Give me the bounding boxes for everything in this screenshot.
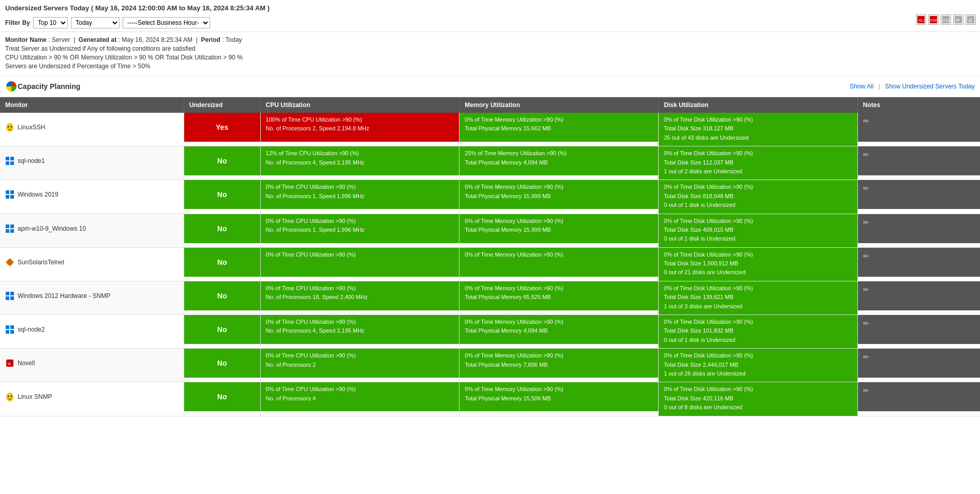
- edit-note-icon[interactable]: ✏: [863, 151, 869, 159]
- edit-note-icon[interactable]: ✏: [863, 218, 869, 227]
- export-xls-icon[interactable]: XLS: [916, 14, 926, 25]
- monitor-name[interactable]: Linux SNMP: [18, 393, 52, 400]
- undersized-cell: Yes: [184, 113, 260, 142]
- svg-rect-22: [6, 224, 9, 228]
- monitor-name[interactable]: sql-node2: [18, 326, 45, 333]
- svg-rect-25: [10, 229, 14, 233]
- memory-line2: Total Physical Memory 15,999 MB: [465, 226, 653, 234]
- cpu-cell: 0% of Time CPU Utilization >90 (%) No. o…: [261, 349, 459, 378]
- monitor-name[interactable]: Windows 2012 Hardware - SNMP: [18, 292, 110, 300]
- undersized-cell: No: [184, 214, 260, 243]
- cpu-line2: No. of Processors 2: [266, 361, 454, 369]
- monitor-icon: [5, 258, 14, 267]
- top-filter-select[interactable]: Top 10 Top 20 Top 50: [33, 17, 68, 28]
- section-title: Capacity Planning: [18, 82, 80, 91]
- filter-bar: Filter By Top 10 Top 20 Top 50 Today Yes…: [0, 14, 980, 32]
- table-row: sql-node1 No 12% of Time CPU Utilization…: [0, 146, 980, 180]
- memory-line1: 25% of Time Memory Utilization >90 (%): [465, 149, 653, 157]
- business-hour-select[interactable]: -----Select Business Hour-: [123, 17, 210, 28]
- undersized-cell: No: [184, 382, 260, 411]
- memory-cell: 0% of Time Memory Utilization >90 (%) To…: [459, 315, 658, 344]
- export-csv-icon[interactable]: CSV: [941, 14, 951, 25]
- svg-rect-16: [6, 161, 9, 165]
- cpu-line2: No. of Processors 1, Speed 1,996 MHz: [266, 192, 454, 200]
- memory-line2: Total Physical Memory 4,094 MB: [465, 327, 653, 335]
- table-row: SunSolarisTelnet No 0% of Time CPU Utili…: [0, 247, 980, 281]
- edit-note-icon[interactable]: ✏: [863, 319, 869, 327]
- cpu-line1: 0% of Time CPU Utilization >90 (%): [266, 217, 454, 225]
- disk-line1: 0% of Time Disk Utilization >90 (%): [664, 251, 852, 259]
- svg-rect-15: [10, 157, 14, 160]
- monitor-icon: [5, 224, 14, 233]
- memory-cell: 0% of Time Memory Utilization >90 (%) To…: [459, 113, 658, 142]
- disk-line2: Total Disk Size 2,444,017 MB: [664, 361, 852, 369]
- edit-note-icon[interactable]: ✏: [863, 286, 869, 294]
- show-undersized-link[interactable]: Show Undersized Servers Today: [885, 83, 975, 90]
- monitor-name-value: Server: [52, 36, 70, 43]
- monitor-name[interactable]: Windows 2019: [18, 191, 58, 198]
- filter-by-label: Filter By: [5, 19, 30, 26]
- edit-note-icon[interactable]: ✏: [863, 353, 869, 361]
- table-row: Windows 2012 Hardware - SNMP No 0% of Ti…: [0, 281, 980, 315]
- svg-text:XLS: XLS: [918, 18, 925, 23]
- table-row: N Novell No 0% of Time CPU Utilization >…: [0, 349, 980, 382]
- monitor-name-label: Monitor Name: [5, 36, 47, 43]
- show-all-link[interactable]: Show All: [850, 83, 873, 90]
- page-title: Undersized Servers Today ( May 16, 2024 …: [0, 0, 980, 14]
- notes-cell: ✏: [858, 382, 980, 411]
- svg-point-11: [6, 124, 13, 132]
- edit-note-icon[interactable]: ✏: [863, 386, 869, 395]
- disk-line3: 0 out of 1 disk is Undersized: [664, 336, 852, 344]
- svg-rect-21: [10, 195, 14, 199]
- print-icon[interactable]: 🖨: [966, 14, 976, 25]
- monitor-name[interactable]: Novell: [18, 360, 35, 367]
- svg-point-12: [8, 126, 9, 128]
- cpu-line1: 0% of Time CPU Utilization >90 (%): [266, 352, 454, 360]
- disk-line2: Total Disk Size 409,015 MB: [664, 226, 852, 234]
- disk-cell: 0% of Time Disk Utilization >90 (%) Tota…: [659, 349, 857, 382]
- period-filter-select[interactable]: Today Yesterday Last 7 Days: [71, 17, 120, 28]
- cpu-cell: 0% of Time CPU Utilization >90 (%) No. o…: [261, 281, 459, 310]
- disk-line2: Total Disk Size 318,127 MB: [664, 125, 852, 132]
- capacity-table: Monitor Undersized CPU Utilization Memor…: [0, 97, 980, 416]
- edit-note-icon[interactable]: ✏: [863, 184, 869, 192]
- cpu-line2: No. of Processors 1, Speed 1,996 MHz: [266, 226, 454, 234]
- memory-line2: Total Physical Memory 15,999 MB: [465, 192, 653, 200]
- monitor-cell: LinuxSSH: [0, 113, 184, 142]
- condition-line: CPU Utilization > 90 % OR Memory Utiliza…: [5, 54, 975, 61]
- disk-line1: 0% of Time Disk Utilization >90 (%): [664, 217, 852, 225]
- svg-rect-28: [10, 292, 14, 295]
- memory-line1: 0% of Time Memory Utilization >90 (%): [465, 116, 653, 124]
- export-pdf-icon[interactable]: PDF: [928, 14, 939, 25]
- memory-line1: 0% of Time Memory Utilization >90 (%): [465, 385, 653, 393]
- edit-note-icon[interactable]: ✏: [863, 252, 869, 260]
- memory-line1: 0% of Time Memory Utilization >90 (%): [465, 285, 653, 292]
- notes-cell: ✏: [858, 180, 980, 209]
- svg-point-38: [8, 396, 9, 397]
- svg-text:PDF: PDF: [930, 19, 937, 22]
- disk-line1: 0% of Time Disk Utilization >90 (%): [664, 352, 852, 360]
- monitor-cell: sql-node1: [0, 146, 184, 175]
- notes-cell: ✏: [858, 281, 980, 310]
- disk-cell: 0% of Time Disk Utilization >90 (%) Tota…: [659, 315, 857, 348]
- memory-cell: 0% of Time Memory Utilization >90 (%) To…: [459, 382, 658, 411]
- section-header: Capacity Planning Show All | Show Unders…: [0, 76, 980, 97]
- col-header-cpu: CPU Utilization: [260, 97, 459, 113]
- email-icon[interactable]: ✉: [953, 14, 963, 25]
- generated-value: May 16, 2024 8:25:34 AM: [122, 36, 192, 43]
- monitor-name[interactable]: apm-w10-9_Windows 10: [18, 225, 86, 232]
- svg-text:CSV: CSV: [943, 19, 949, 22]
- memory-cell: 0% of Time Memory Utilization >90 (%) To…: [459, 349, 658, 378]
- cpu-line1: 0% of Time CPU Utilization >90 (%): [266, 183, 454, 191]
- memory-line1: 0% of Time Memory Utilization >90 (%): [465, 318, 653, 326]
- cpu-cell: 0% of Time CPU Utilization >90 (%) No. o…: [261, 214, 459, 243]
- monitor-name[interactable]: sql-node1: [18, 157, 45, 164]
- memory-line2: Total Physical Memory 15,506 MB: [465, 395, 653, 402]
- svg-rect-23: [10, 224, 14, 228]
- monitor-cell: N Novell: [0, 349, 184, 378]
- monitor-name[interactable]: SunSolarisTelnet: [18, 259, 64, 266]
- undersized-cell: No: [184, 315, 260, 344]
- monitor-name[interactable]: LinuxSSH: [18, 124, 45, 131]
- generated-label: Generated at: [79, 36, 116, 43]
- edit-note-icon[interactable]: ✏: [863, 117, 869, 125]
